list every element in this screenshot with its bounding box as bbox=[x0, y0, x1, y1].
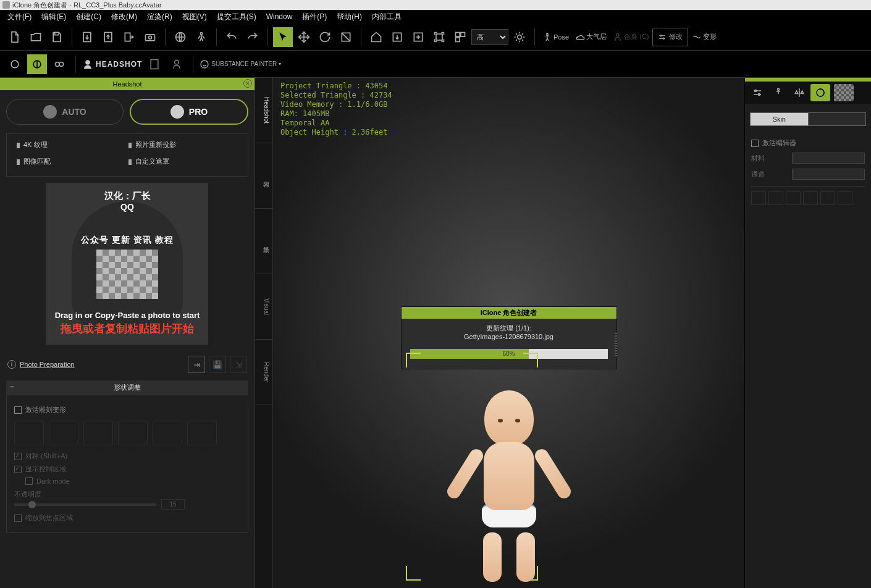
menu-help[interactable]: 帮助(H) bbox=[332, 10, 367, 23]
redo-icon[interactable] bbox=[243, 27, 263, 47]
modify-button[interactable]: 修改 bbox=[652, 28, 688, 46]
undo-icon[interactable] bbox=[222, 27, 242, 47]
skin-tab[interactable]: Skin bbox=[750, 112, 809, 126]
mode-auto-button[interactable]: AUTO bbox=[6, 99, 124, 125]
tab-scene[interactable]: 场景 bbox=[255, 209, 272, 274]
sculpt-mouth-icon bbox=[153, 421, 182, 445]
globe-icon[interactable] bbox=[170, 27, 190, 47]
photo-drop-zone[interactable]: 汉化：厂长 QQ 公众号 更新 资讯 教程 Drag in or Copy-Pa… bbox=[46, 183, 208, 345]
close-icon[interactable]: ✕ bbox=[243, 79, 252, 88]
svg-rect-0 bbox=[55, 32, 59, 35]
headshot-sub-icon-2[interactable] bbox=[167, 54, 187, 74]
frame-all-icon[interactable] bbox=[429, 27, 449, 47]
symmetry-checkbox: 对称 (Shift+A) bbox=[14, 452, 240, 461]
headshot-panel-header: Headshot ✕ bbox=[0, 78, 255, 90]
shape-adjust-header[interactable]: −形状调整 bbox=[6, 380, 248, 395]
headshot-plugin-label[interactable]: HEADSHOT bbox=[82, 59, 142, 70]
tab-visual[interactable]: Visual bbox=[255, 274, 272, 340]
menu-file[interactable]: 文件(F) bbox=[2, 10, 36, 23]
rtab-pose-icon[interactable] bbox=[768, 84, 788, 101]
display-mode-icon[interactable] bbox=[450, 27, 470, 47]
svg-rect-12 bbox=[461, 32, 465, 36]
skin-tab-2[interactable] bbox=[809, 112, 867, 126]
export-doc-icon[interactable] bbox=[98, 27, 118, 47]
panel-grip[interactable] bbox=[615, 333, 617, 358]
deform-button[interactable]: 变形 bbox=[689, 27, 719, 47]
scale-icon[interactable] bbox=[336, 27, 356, 47]
camera-icon[interactable] bbox=[140, 27, 160, 47]
opt-reproject[interactable]: 照片重新投影 bbox=[127, 136, 239, 153]
menu-internal[interactable]: 内部工具 bbox=[367, 10, 406, 23]
plugin-icon-1[interactable] bbox=[5, 54, 25, 74]
progress-bar: 60% bbox=[410, 349, 608, 359]
titlebar: iClone 角色创建者 - RL_CC3_Plus Baby.ccAvatar bbox=[0, 0, 871, 10]
rp-delete-icon bbox=[786, 191, 801, 205]
main-toolbar: 高 Pose 大气层 合身 (C) 修改 变形 bbox=[0, 23, 871, 51]
rtab-sliders-icon[interactable] bbox=[747, 84, 767, 101]
light-icon[interactable] bbox=[510, 27, 529, 47]
svg-point-18 bbox=[663, 38, 665, 39]
fit-button[interactable]: 合身 (C) bbox=[610, 27, 651, 47]
export-photo-icon: ⇲ bbox=[230, 356, 247, 373]
quality-select[interactable]: 高 bbox=[471, 29, 508, 45]
import-photo-icon[interactable]: ⇥ bbox=[188, 356, 205, 373]
mode-pro-button[interactable]: PRO bbox=[130, 99, 248, 125]
channel-input[interactable] bbox=[792, 169, 865, 180]
menu-edit[interactable]: 编辑(E) bbox=[36, 10, 71, 23]
character-baby[interactable] bbox=[447, 390, 571, 582]
rp-copy-icon bbox=[803, 191, 818, 205]
menu-plugins[interactable]: 插件(P) bbox=[297, 10, 332, 23]
import-doc-icon[interactable] bbox=[77, 27, 97, 47]
rtab-skin-icon[interactable] bbox=[810, 84, 830, 101]
menu-window[interactable]: Window bbox=[261, 11, 298, 22]
atmosphere-button[interactable]: 大气层 bbox=[573, 27, 609, 47]
svg-rect-13 bbox=[456, 37, 460, 41]
run-icon[interactable] bbox=[191, 27, 211, 47]
opt-mask[interactable]: 自定义遮罩 bbox=[127, 153, 239, 170]
frame-down-icon[interactable] bbox=[387, 27, 407, 47]
headshot-sub-icon-1[interactable] bbox=[145, 54, 164, 74]
svg-point-23 bbox=[85, 60, 90, 65]
rotate-icon[interactable] bbox=[315, 27, 335, 47]
menu-render[interactable]: 渲染(R) bbox=[142, 10, 177, 23]
rtab-balance-icon[interactable] bbox=[789, 84, 809, 101]
pose-button[interactable]: Pose bbox=[540, 27, 571, 47]
tab-content[interactable]: 内容 bbox=[255, 143, 272, 209]
plugin-icon-2[interactable] bbox=[27, 54, 47, 74]
photo-preparation-link[interactable]: Photo Preparation bbox=[20, 361, 75, 368]
menu-view[interactable]: 视图(V) bbox=[177, 10, 212, 23]
move-icon[interactable] bbox=[294, 27, 314, 47]
svg-point-29 bbox=[778, 88, 780, 90]
pointer-icon[interactable] bbox=[273, 27, 293, 47]
menu-create[interactable]: 创建(C) bbox=[71, 10, 106, 23]
home-icon[interactable] bbox=[366, 27, 386, 47]
opt-4k[interactable]: 4K 纹理 bbox=[15, 136, 127, 153]
open-file-icon[interactable] bbox=[26, 27, 46, 47]
menu-modify[interactable]: 修改(M) bbox=[106, 10, 142, 23]
export-icon[interactable] bbox=[119, 27, 139, 47]
rp-paste-icon bbox=[820, 191, 835, 205]
window-title: iClone 角色创建者 - RL_CC3_Plus Baby.ccAvatar bbox=[12, 1, 162, 10]
new-file-icon[interactable] bbox=[5, 27, 25, 47]
show-control-checkbox: 显示控制区域 bbox=[14, 464, 240, 474]
info-icon[interactable]: i bbox=[7, 360, 16, 369]
dark-mode-checkbox: Dark mode bbox=[25, 477, 240, 485]
viewport-stats: Project Triangle : 43054 Selected Triang… bbox=[280, 82, 392, 137]
svg-point-15 bbox=[547, 33, 549, 35]
tab-render[interactable]: Render bbox=[255, 340, 272, 405]
save-file-icon[interactable] bbox=[47, 27, 67, 47]
menu-submit[interactable]: 提交工具(S) bbox=[212, 10, 261, 23]
opt-match[interactable]: 图像匹配 bbox=[15, 153, 127, 170]
right-icon-tabs bbox=[745, 82, 871, 104]
svg-point-17 bbox=[660, 35, 662, 36]
viewport-3d[interactable]: Project Triangle : 43054 Selected Triang… bbox=[273, 78, 744, 588]
activate-editor-checkbox[interactable]: 激活编辑器 bbox=[751, 138, 865, 148]
plugin-icon-3[interactable] bbox=[49, 54, 69, 74]
frame-fit-icon[interactable] bbox=[408, 27, 428, 47]
tab-headshot[interactable]: Headshot bbox=[255, 78, 272, 143]
rtab-checker-icon[interactable] bbox=[834, 84, 854, 101]
bracket-icon bbox=[523, 353, 538, 368]
substance-painter-label[interactable]: SUBSTANCE PAINTER ▾ bbox=[200, 59, 281, 69]
material-input[interactable] bbox=[792, 153, 865, 164]
activate-sculpt-checkbox[interactable]: 激活雕刻变形 bbox=[14, 405, 240, 414]
